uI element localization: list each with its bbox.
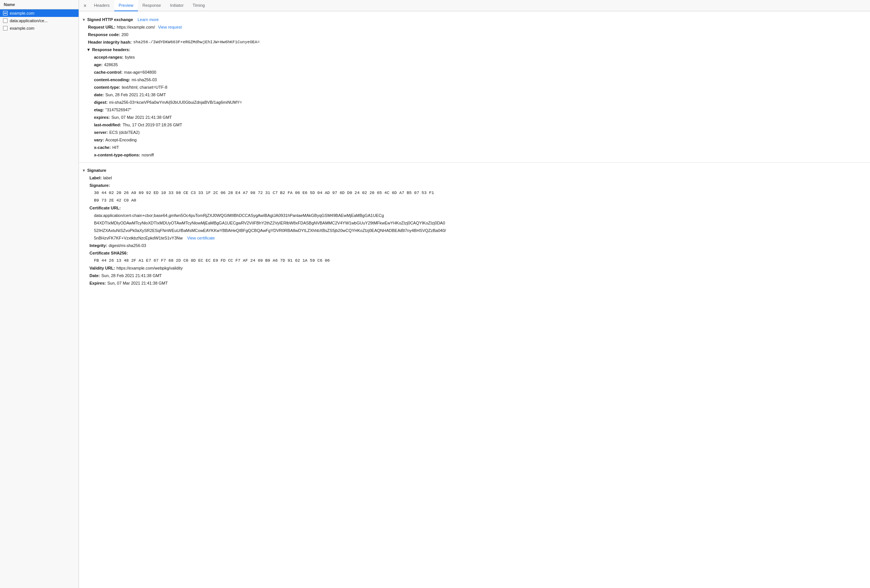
response-header-label-0: accept-ranges: <box>94 54 123 60</box>
learn-more-link[interactable]: Learn more <box>138 17 159 22</box>
item-checkbox-3 <box>3 26 8 30</box>
response-header-row-9: last-modified: Thu, 17 Oct 2019 07:18:26… <box>79 121 870 129</box>
response-header-row-2: cache-control: max-age=604800 <box>79 68 870 76</box>
sig-cert-sha256-label: Certificate SHA256: <box>89 250 128 256</box>
response-header-value-4: text/html; charset=UTF-8 <box>122 84 167 90</box>
response-headers-header[interactable]: ▼ Response headers: <box>79 46 870 53</box>
tab-timing[interactable]: Timing <box>188 0 209 11</box>
response-header-label-13: x-content-type-options: <box>94 152 140 158</box>
sig-label-field-value: label <box>103 175 112 181</box>
response-header-label-4: content-type: <box>94 84 120 90</box>
request-url-value: https://example.com/ <box>117 24 155 30</box>
response-header-row-12: x-cache: HIT <box>79 144 870 151</box>
left-panel-item-example-com-2[interactable]: example.com <box>0 24 79 32</box>
response-header-label-10: server: <box>94 129 108 135</box>
signed-http-exchange-section: ▼ Signed HTTP exchange Learn more Reques… <box>79 14 870 160</box>
response-header-value-1: 428635 <box>104 62 118 68</box>
left-panel-header: Name <box>0 0 79 9</box>
sig-integrity-value: digest/mi-sha256-03 <box>109 242 146 249</box>
response-header-row-8: expires: Sun, 07 Mar 2021 21:41:38 GMT <box>79 114 870 121</box>
response-header-row-7: etag: "3147526947" <box>79 106 870 114</box>
response-header-row-5: date: Sun, 28 Feb 2021 21:41:38 GMT <box>79 91 870 99</box>
response-header-label-5: date: <box>94 92 104 98</box>
sig-validity-url-value: https://example.com/webpkg/validity <box>117 265 183 271</box>
sig-expires-label: Expires: <box>89 280 106 286</box>
sig-signature-row: Signature: <box>79 182 870 189</box>
sig-cert-sha256-row: Certificate SHA256: <box>79 249 870 257</box>
response-headers-triangle-icon: ▼ <box>86 47 91 52</box>
header-integrity-hash-value: sha256-/IWdYDKW663F+eRGZMdhwjEhIJW+Hw6hK… <box>133 39 260 45</box>
response-header-row-13: x-content-type-options: nosniff <box>79 151 870 159</box>
sig-signature-value-row1: 30 44 02 20 26 A9 89 92 ED 10 33 98 CE C… <box>79 189 870 197</box>
sig-integrity-label: Integrity: <box>89 242 107 249</box>
right-panel: × Headers Preview Response Initiator Tim… <box>79 0 870 588</box>
response-header-value-12: HIT <box>112 144 119 150</box>
response-header-value-3: mi-sha256-03 <box>132 77 157 83</box>
response-header-label-12: x-cache: <box>94 144 111 150</box>
tab-initiator[interactable]: Initiator <box>165 0 188 11</box>
item-label-2: data:application/ce... <box>10 18 48 23</box>
response-header-value-9: Thu, 17 Oct 2019 07:18:26 GMT <box>123 122 182 128</box>
response-header-row-6: digest: mi-sha256-03=kcwVP6a0wYmA/j9JbUU… <box>79 99 870 106</box>
sig-date-value: Sun, 28 Feb 2021 21:41:38 GMT <box>102 273 162 279</box>
signed-http-exchange-label: Signed HTTP exchange <box>87 17 133 22</box>
sig-cert-url-value2: B4XDTIxMDIyODAwMTcyNloXDTIxMDUyOTAwMTcyN… <box>79 219 870 227</box>
response-header-row-11: vary: Accept-Encoding <box>79 136 870 144</box>
left-panel-item-example-com-1[interactable]: example.com <box>0 9 79 17</box>
sig-cert-url-value3: 52IHZXAxtuNiSZvoPk0aXySR2ESqFNnWEuU/BaMs… <box>79 227 870 234</box>
response-header-label-11: vary: <box>94 137 104 143</box>
item-checkbox-1 <box>3 11 8 15</box>
sig-label-field-label: Label: <box>89 175 102 181</box>
response-headers-fields: accept-ranges: bytesage: 428635cache-con… <box>79 53 870 159</box>
signed-http-exchange-header[interactable]: ▼ Signed HTTP exchange Learn more <box>79 16 870 23</box>
response-header-value-6: mi-sha256-03=kcwVP6a0wYmA/j9JbUU0GbuiZdn… <box>109 99 242 105</box>
sig-date-label: Date: <box>89 273 100 279</box>
response-header-value-8: Sun, 07 Mar 2021 21:41:38 GMT <box>111 114 172 120</box>
svg-rect-0 <box>4 13 7 14</box>
tab-close-button[interactable]: × <box>80 1 89 10</box>
tab-response[interactable]: Response <box>138 0 166 11</box>
response-header-value-13: nosniff <box>142 152 154 158</box>
sig-validity-url-row: Validity URL: https://example.com/webpkg… <box>79 264 870 272</box>
response-code-label: Response code: <box>88 32 120 38</box>
sig-validity-url-label: Validity URL: <box>89 265 115 271</box>
response-header-label-6: digest: <box>94 99 108 105</box>
response-header-label-8: expires: <box>94 114 110 120</box>
tabs-bar: × Headers Preview Response Initiator Tim… <box>79 0 870 11</box>
response-header-label-1: age: <box>94 62 103 68</box>
left-panel: Name example.com data:application/ce... … <box>0 0 79 588</box>
sig-cert-url-value1: data:application/cert-chain+cbor;base64,… <box>79 212 870 219</box>
response-header-value-2: max-age=604800 <box>124 69 156 75</box>
sig-cert-url-value4-text: 5nBHzvFK7KF+VzxtkbzNzcEpkdW1teS1vY3Nw <box>94 235 183 241</box>
response-header-label-9: last-modified: <box>94 122 121 128</box>
view-request-link[interactable]: View request <box>158 24 182 30</box>
response-header-value-0: bytes <box>125 54 135 60</box>
sig-label-row: Label: label <box>79 174 870 182</box>
left-panel-item-data-application[interactable]: data:application/ce... <box>0 17 79 24</box>
signature-section-header[interactable]: ▼ Signature <box>79 167 870 174</box>
response-header-row-1: age: 428635 <box>79 61 870 68</box>
tab-headers[interactable]: Headers <box>89 0 114 11</box>
header-integrity-hash-row: Header integrity hash: sha256-/IWdYDKW66… <box>79 38 870 46</box>
signature-triangle-icon: ▼ <box>82 168 86 173</box>
sig-integrity-row: Integrity: digest/mi-sha256-03 <box>79 242 870 249</box>
response-header-row-4: content-type: text/html; charset=UTF-8 <box>79 83 870 91</box>
response-header-row-0: accept-ranges: bytes <box>79 53 870 61</box>
view-certificate-link[interactable]: View certificate <box>187 235 215 241</box>
response-header-label-3: content-encoding: <box>94 77 130 83</box>
response-header-label-2: cache-control: <box>94 69 123 75</box>
request-url-label: Request URL: <box>88 24 115 30</box>
signature-label: Signature <box>87 168 106 173</box>
header-integrity-hash-label: Header integrity hash: <box>88 39 132 45</box>
response-header-value-7: "3147526947" <box>105 107 131 113</box>
sig-cert-url-row: Certificate URL: <box>79 204 870 212</box>
signature-section: ▼ Signature Label: label Signature: 30 4… <box>79 165 870 288</box>
response-header-label-7: etag: <box>94 107 104 113</box>
sig-signature-field-label: Signature: <box>89 182 110 188</box>
sig-expires-value: Sun, 07 Mar 2021 21:41:38 GMT <box>107 280 168 286</box>
response-headers-label: Response headers: <box>92 47 130 52</box>
request-url-row: Request URL: https://example.com/ View r… <box>79 23 870 31</box>
tab-preview[interactable]: Preview <box>114 0 138 11</box>
triangle-icon: ▼ <box>82 18 86 22</box>
sig-cert-sha256-value: FB 44 26 13 48 2F A1 E7 67 F7 68 2D C0 8… <box>79 257 870 264</box>
